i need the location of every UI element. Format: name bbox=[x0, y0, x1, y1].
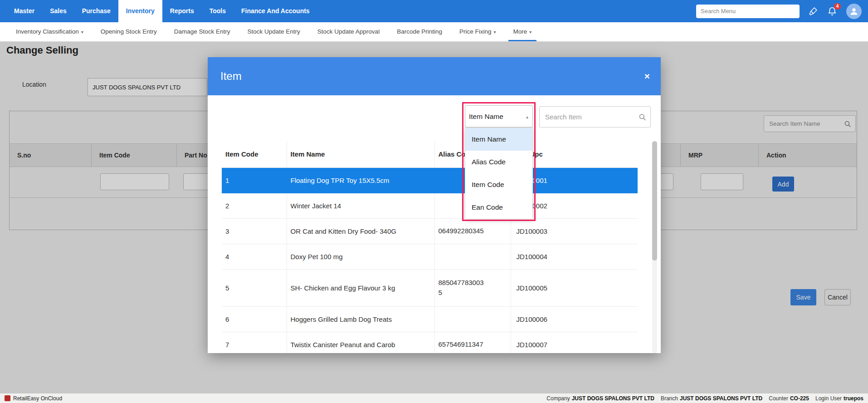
table-row[interactable]: 1 Floating Dog TPR Toy 15X5.5cm JD100001 bbox=[222, 167, 638, 193]
col-item-code-header: Item Code bbox=[222, 141, 287, 167]
branch-label: Branch bbox=[661, 395, 678, 402]
nav-sales[interactable]: Sales bbox=[42, 0, 74, 22]
counter-label: Counter bbox=[769, 395, 788, 402]
status-bar: RetailEasy OnCloud Company JUST DOGS SPA… bbox=[0, 393, 868, 403]
menu-label: Stock Update Entry bbox=[247, 28, 300, 35]
cell-sno: 5 bbox=[222, 269, 287, 306]
nav-reports[interactable]: Reports bbox=[162, 0, 202, 22]
cell-upc: JD100003 bbox=[511, 218, 638, 244]
menu-inventory-classification[interactable]: Inventory Classification▾ bbox=[7, 22, 92, 41]
cell-alias-code: 8850477830035 bbox=[439, 278, 486, 298]
table-row[interactable]: 3 OR Cat and Kitten Dry Food- 340G 06499… bbox=[222, 218, 638, 244]
menu-label: Stock Update Approval bbox=[317, 28, 380, 35]
modal-scrollbar[interactable] bbox=[652, 141, 657, 353]
cell-upc: JD100006 bbox=[511, 306, 638, 332]
menu-stock-update-entry[interactable]: Stock Update Entry bbox=[239, 22, 308, 41]
menu-damage-stock-entry[interactable]: Damage Stock Entry bbox=[166, 22, 239, 41]
menu-label: Barcode Printing bbox=[397, 28, 442, 35]
user-icon bbox=[849, 6, 859, 16]
search-type-dropdown: Item Name Alias Code Item Code Ean Code bbox=[465, 128, 533, 219]
notification-badge: 4 bbox=[834, 3, 841, 10]
close-icon[interactable]: × bbox=[644, 57, 650, 95]
company-value: JUST DOGS SPALONS PVT LTD bbox=[572, 395, 654, 402]
menu-barcode-printing[interactable]: Barcode Printing bbox=[388, 22, 451, 41]
option-alias-code[interactable]: Alias Code bbox=[465, 151, 532, 173]
login-user-value: truepos bbox=[844, 395, 863, 402]
nav-inventory[interactable]: Inventory bbox=[118, 0, 162, 22]
item-table-header-row: Item Code Item Name Alias Code Upc bbox=[222, 141, 638, 167]
item-table: Item Code Item Name Alias Code Upc 1 Flo… bbox=[222, 141, 638, 353]
login-user-label: Login User bbox=[815, 395, 842, 402]
inventory-submenu: Inventory Classification▾ Opening Stock … bbox=[0, 22, 868, 42]
cell-sno: 7 bbox=[222, 332, 287, 353]
cell-item-name: Winter Jacket 14 bbox=[287, 193, 434, 218]
app-name: RetailEasy OnCloud bbox=[13, 395, 62, 402]
status-bar-right: Company JUST DOGS SPALONS PVT LTD Branch… bbox=[540, 395, 863, 402]
cell-sno: 4 bbox=[222, 244, 287, 269]
notifications-button[interactable]: 4 bbox=[827, 6, 837, 16]
menu-stock-update-approval[interactable]: Stock Update Approval bbox=[309, 22, 388, 41]
user-avatar[interactable] bbox=[846, 4, 862, 19]
table-row[interactable]: 4 Doxy Pet 100 mg JD100004 bbox=[222, 244, 638, 269]
item-modal: Item × Item Code Item Name Alias Code Up… bbox=[208, 57, 661, 353]
search-type-select[interactable]: Item Name ▴ bbox=[465, 105, 533, 128]
scrollbar-thumb[interactable] bbox=[652, 141, 657, 260]
col-item-name-header: Item Name bbox=[287, 141, 434, 167]
chevron-down-icon: ▾ bbox=[493, 29, 496, 34]
menu-label: Inventory Classification bbox=[16, 28, 79, 35]
menu-opening-stock-entry[interactable]: Opening Stock Entry bbox=[92, 22, 166, 41]
nav-master[interactable]: Master bbox=[6, 0, 42, 22]
cell-item-name: Floating Dog TPR Toy 15X5.5cm bbox=[287, 167, 434, 193]
cell-item-name: OR Cat and Kitten Dry Food- 340G bbox=[287, 218, 434, 244]
search-type-selected-value: Item Name bbox=[469, 113, 503, 121]
table-row[interactable]: 6 Hoggers Grilled Lamb Dog Treats JD1000… bbox=[222, 306, 638, 332]
nav-purchase[interactable]: Purchase bbox=[74, 0, 118, 22]
table-row[interactable]: 7 Twistix Canister Peanut and Carob 6575… bbox=[222, 332, 638, 353]
main-menu: Master Sales Purchase Inventory Reports … bbox=[6, 0, 317, 22]
menu-label: Opening Stock Entry bbox=[101, 28, 157, 35]
top-navbar: Master Sales Purchase Inventory Reports … bbox=[0, 0, 868, 22]
menu-label: Price Fixing bbox=[459, 28, 492, 35]
search-menu-input[interactable] bbox=[696, 5, 800, 18]
cell-sno: 2 bbox=[222, 193, 287, 218]
app-logo-icon bbox=[5, 395, 10, 401]
status-bar-left: RetailEasy OnCloud bbox=[5, 395, 62, 402]
modal-title: Item bbox=[220, 57, 242, 95]
table-row[interactable]: 5 SH- Chicken and Egg Flavour 3 kg 88504… bbox=[222, 269, 638, 306]
company-label: Company bbox=[546, 395, 570, 402]
branch-value: JUST DOGS SPALONS PVT LTD bbox=[680, 395, 762, 402]
cell-upc: JD100007 bbox=[511, 332, 638, 353]
menu-price-fixing[interactable]: Price Fixing▾ bbox=[451, 22, 505, 41]
nav-tools[interactable]: Tools bbox=[202, 0, 234, 22]
search-icon bbox=[638, 113, 647, 121]
modal-header: Item × bbox=[208, 57, 661, 95]
cell-alias-code: 064992280345 bbox=[439, 226, 486, 236]
search-item-input[interactable] bbox=[539, 106, 651, 128]
search-item-box bbox=[539, 106, 651, 128]
theme-brush-icon[interactable] bbox=[809, 6, 818, 16]
cell-item-name: Doxy Pet 100 mg bbox=[287, 244, 434, 269]
cell-item-name: SH- Chicken and Egg Flavour 3 kg bbox=[287, 269, 434, 306]
nav-finance-and-accounts[interactable]: Finance And Accounts bbox=[234, 0, 317, 22]
cell-alias-code: 657546911347 bbox=[439, 339, 486, 349]
cell-upc: JD100004 bbox=[511, 244, 638, 269]
counter-value: CO-225 bbox=[790, 395, 809, 402]
chevron-up-icon: ▴ bbox=[526, 114, 528, 119]
chevron-down-icon: ▾ bbox=[529, 29, 532, 34]
navbar-right-cluster: 4 bbox=[696, 4, 862, 19]
menu-more[interactable]: More▾ bbox=[505, 22, 541, 41]
option-item-code[interactable]: Item Code bbox=[465, 173, 532, 196]
cell-sno: 6 bbox=[222, 306, 287, 332]
chevron-down-icon: ▾ bbox=[81, 29, 83, 34]
menu-label: More bbox=[513, 28, 527, 35]
cell-sno: 1 bbox=[222, 167, 287, 193]
option-item-name[interactable]: Item Name bbox=[465, 128, 532, 151]
menu-label: Damage Stock Entry bbox=[174, 28, 230, 35]
cell-sno: 3 bbox=[222, 218, 287, 244]
cell-item-name: Hoggers Grilled Lamb Dog Treats bbox=[287, 306, 434, 332]
cell-upc: JD100005 bbox=[511, 269, 638, 306]
option-ean-code[interactable]: Ean Code bbox=[465, 196, 532, 219]
table-row[interactable]: 2 Winter Jacket 14 JD100002 bbox=[222, 193, 638, 218]
app-window: Master Sales Purchase Inventory Reports … bbox=[0, 0, 868, 403]
cell-item-name: Twistix Canister Peanut and Carob bbox=[287, 332, 434, 353]
